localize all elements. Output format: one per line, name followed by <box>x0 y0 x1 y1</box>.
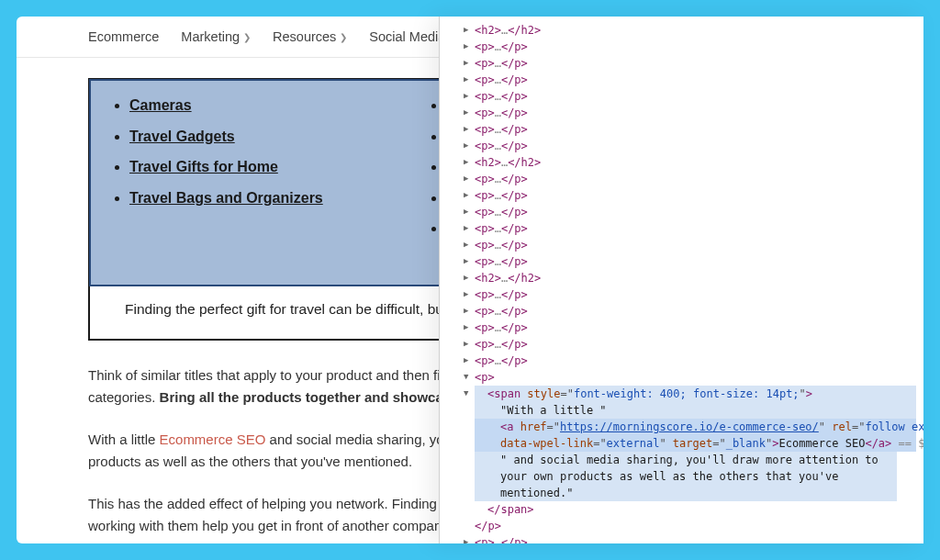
dom-node[interactable]: ▶<p>…</p> <box>475 220 916 237</box>
dom-node[interactable]: ▶<p>…</p> <box>475 55 916 72</box>
dom-node[interactable]: ▶<p>…</p> <box>475 319 916 336</box>
dom-node[interactable]: ▶<h2>…</h2> <box>475 154 916 171</box>
nav-ecommerce[interactable]: Ecommerce <box>88 29 159 44</box>
dom-node[interactable]: ▶<p>…</p> <box>475 171 916 187</box>
nav-marketing[interactable]: Marketing❯ <box>181 29 251 44</box>
devtools-panel[interactable]: ▶<h2>…</h2>▶<p>…</p>▶<p>…</p>▶<p>…</p>▶<… <box>439 17 923 543</box>
dom-node[interactable]: ▶<p>…</p> <box>475 534 916 543</box>
dom-node-selected[interactable]: <a href="https://morningscore.io/e-comme… <box>475 419 916 435</box>
dom-node[interactable]: ▶<p>…</p> <box>475 39 916 55</box>
dom-text[interactable]: "With a little " <box>475 402 916 419</box>
gift-col-left: Cameras Travel Gadgets Travel Gifts for … <box>117 94 323 272</box>
dom-node[interactable]: ▶<p>…</p> <box>475 286 916 303</box>
chevron-right-icon: ❯ <box>243 32 251 42</box>
dom-node[interactable]: ▶<p>…</p> <box>475 88 916 105</box>
gift-link[interactable]: Cameras <box>129 94 323 118</box>
dom-node-expanded[interactable]: ▼<p> <box>475 369 916 386</box>
dom-node[interactable]: ▶<p>…</p> <box>475 105 916 121</box>
dom-node-close[interactable]: </p> <box>475 518 916 534</box>
dom-node[interactable]: ▶<p>…</p> <box>475 303 916 319</box>
dom-node-selected[interactable]: data-wpel-link="external" target="_blank… <box>475 435 916 452</box>
dom-node[interactable]: ▶<p>…</p> <box>475 138 916 154</box>
gift-link[interactable]: Travel Bags and Organizers <box>129 186 323 210</box>
dom-text[interactable]: " and social media sharing, you'll draw … <box>475 452 897 501</box>
nav-resources[interactable]: Resources❯ <box>273 29 347 44</box>
dom-node[interactable]: ▶<p>…</p> <box>475 336 916 353</box>
chevron-right-icon: ❯ <box>340 32 347 42</box>
dom-node-expanded[interactable]: ▼<span style="font-weight: 400; font-siz… <box>475 386 916 402</box>
dom-node[interactable]: ▶<p>…</p> <box>475 204 916 220</box>
dom-node[interactable]: ▶<h2>…</h2> <box>475 270 916 286</box>
gift-link[interactable]: Travel Gifts for Home <box>129 155 323 179</box>
dom-node[interactable]: ▶<p>…</p> <box>475 353 916 369</box>
dom-node-close[interactable]: </span> <box>475 501 916 518</box>
dom-node[interactable]: ▶<h2>…</h2> <box>475 22 916 39</box>
dom-node[interactable]: ▶<p>…</p> <box>475 237 916 253</box>
gift-link[interactable]: Travel Gadgets <box>129 125 323 149</box>
dom-node[interactable]: ▶<p>…</p> <box>475 187 916 204</box>
ecommerce-seo-link[interactable]: Ecommerce SEO <box>160 431 266 447</box>
dom-node[interactable]: ▶<p>…</p> <box>475 72 916 88</box>
dom-node[interactable]: ▶<p>…</p> <box>475 253 916 270</box>
dom-node[interactable]: ▶<p>…</p> <box>475 121 916 138</box>
